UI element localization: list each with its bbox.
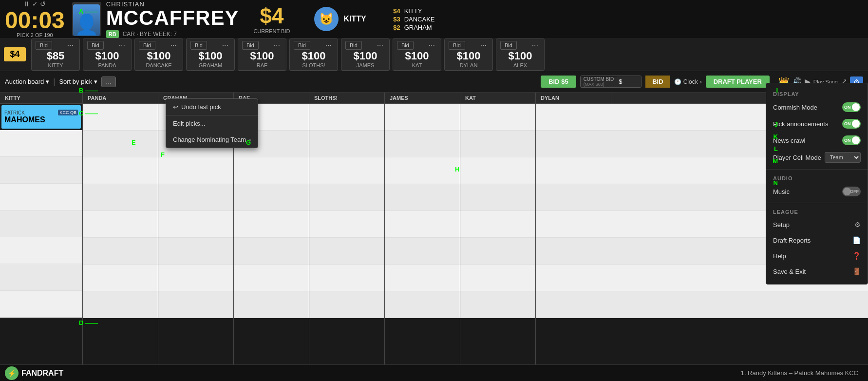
bid-user-3: GRAHAM [404,24,432,31]
bid-item-2: $3 DANCAKE [386,16,435,23]
edit-picks-item[interactable]: Edit picks... [166,115,258,132]
auction-board-button[interactable]: Auction board ▾ [5,78,49,85]
more-sloths[interactable]: ··· [325,41,332,50]
draft-cell [309,131,384,157]
save-exit-row[interactable]: Save & Exit 🚪 [766,264,868,279]
player-cell-mode-select[interactable]: Team Name Position [825,152,861,163]
pick-info: PICK 2 OF 190 [17,32,53,38]
undo-pick-item[interactable]: ↩ Undo last pick [166,99,258,115]
draft-cell [460,211,535,238]
draft-cell [309,104,384,131]
draft-cell [460,291,535,318]
draft-cell [309,265,384,291]
fandraft-text: FANDRAFT [21,369,63,378]
more-rae[interactable]: ··· [274,41,280,50]
setup-row[interactable]: Setup ⚙ [766,217,868,232]
commish-mode-row[interactable]: Commish Mode [766,99,868,115]
footer-player: Patrick Mahomes KCC [794,369,858,377]
bid-button-sloths[interactable]: Bid [294,41,310,50]
bid-button-graham[interactable]: Bid [190,41,207,50]
draft-cell [385,157,460,184]
help-label: Help [773,252,786,260]
budget-amount-rae: $100 [250,50,274,62]
player-cell-mode-row[interactable]: Player Cell Mode Team Name Position [766,149,868,166]
display-section-title: DISPLAY [766,88,868,99]
news-crawl-toggle[interactable] [842,135,861,145]
clock-button[interactable]: 🕐 Clock › [674,78,702,85]
sort-pick-button[interactable]: Sort by pick ▾ [59,78,97,85]
bid-button-kat[interactable]: Bid [397,41,414,50]
bid-button-rae[interactable]: Bid [242,41,259,50]
pick-announcements-toggle[interactable] [842,119,861,129]
bid-button-kitty[interactable]: Bid [36,41,52,50]
draft-cell [83,104,158,131]
more-james[interactable]: ··· [377,41,383,50]
check-icon[interactable]: ✓ [32,0,38,8]
draft-cell [385,238,460,265]
team-name-kitty: KITTY [48,62,63,68]
audio-section-title: AUDIO [766,172,868,183]
draft-cell [0,210,82,237]
more-graham[interactable]: ··· [222,41,228,50]
more-kat[interactable]: ··· [429,41,435,50]
more-dancake[interactable]: ··· [170,41,177,50]
draft-cell [0,157,82,184]
draft-reports-row[interactable]: Draft Reports 📄 [766,232,868,248]
more-options-button[interactable]: ... [101,76,116,87]
draft-reports-label: Draft Reports [773,237,811,244]
player-card-mahomes[interactable]: PATRICK KCC QB MAHOMES [1,105,81,129]
team-budget-dancake: Bid ··· $100 DANCAKE [134,38,183,71]
budget-amount-sloths: $100 [302,50,326,62]
draft-cell [385,211,460,238]
custom-bid-input[interactable] [617,76,641,87]
pick-announcements-row[interactable]: Pick annoucements [766,115,868,132]
bid-item-3: $2 GRAHAM [386,24,435,31]
draft-cell [234,157,309,184]
more-alex[interactable]: ··· [532,41,538,50]
timer-controls[interactable]: ⏸ ✓ ↺ [23,0,46,8]
pause-icon[interactable]: ⏸ [23,0,30,8]
draft-cell [83,238,158,265]
draft-cell [83,131,158,157]
more-kitty[interactable]: ··· [67,41,74,50]
draft-player-button[interactable]: DRAFT PLAYER [706,76,770,88]
draft-cell [0,291,82,318]
draft-cell [83,184,158,211]
commish-mode-toggle[interactable] [842,102,861,112]
chevron-right-icon: › [700,78,702,85]
refresh-icon[interactable]: ↺ [40,0,46,8]
col-header-panda: PANDA [83,93,158,103]
music-toggle[interactable] [842,187,861,196]
team-budget-james: Bid ··· $100 JAMES [341,38,390,71]
bid-button-dylan[interactable]: Bid [449,41,465,50]
pick-announcements-label: Pick annoucements [773,120,828,128]
team-name-sloths: SLOTHS! [302,62,325,68]
bid5-button[interactable]: BID $5 [541,76,576,88]
change-nominating-item[interactable]: Change Nominating Team › [166,132,258,148]
player-image [73,4,100,36]
more-dylan[interactable]: ··· [480,41,487,50]
bid-button-james[interactable]: Bid [345,41,362,50]
column-panda [83,104,158,364]
player-card-top: PATRICK KCC QB [4,110,78,115]
position-badge: RB [106,30,119,38]
player-team-info: CAR · BYE WEEK: 7 [123,31,177,38]
more-panda[interactable]: ··· [119,41,125,50]
bid-button-main[interactable]: BID [645,76,670,88]
draft-cell [309,157,384,184]
bid-button-panda[interactable]: Bid [87,41,104,50]
news-crawl-row[interactable]: News crawl [766,132,868,149]
draft-board-container: KITTY PANDA GRAHAM RAE SLOTHS! JAMES KAT… [0,93,868,364]
draft-cell [158,184,233,211]
draft-cell [460,157,535,184]
music-row[interactable]: Music [766,183,868,200]
bid-button-dancake[interactable]: Bid [139,41,155,50]
bidder-name: KITTY [343,15,366,23]
settings-panel: DISPLAY Commish Mode Pick annoucements N… [766,83,868,285]
news-crawl-label: News crawl [773,137,805,144]
column-james [385,104,460,364]
draft-cell [460,238,535,265]
help-row[interactable]: Help ❓ [766,248,868,264]
draft-cells-container: PATRICK KCC QB MAHOMES [0,104,868,364]
bid-button-alex[interactable]: Bid [500,41,517,50]
